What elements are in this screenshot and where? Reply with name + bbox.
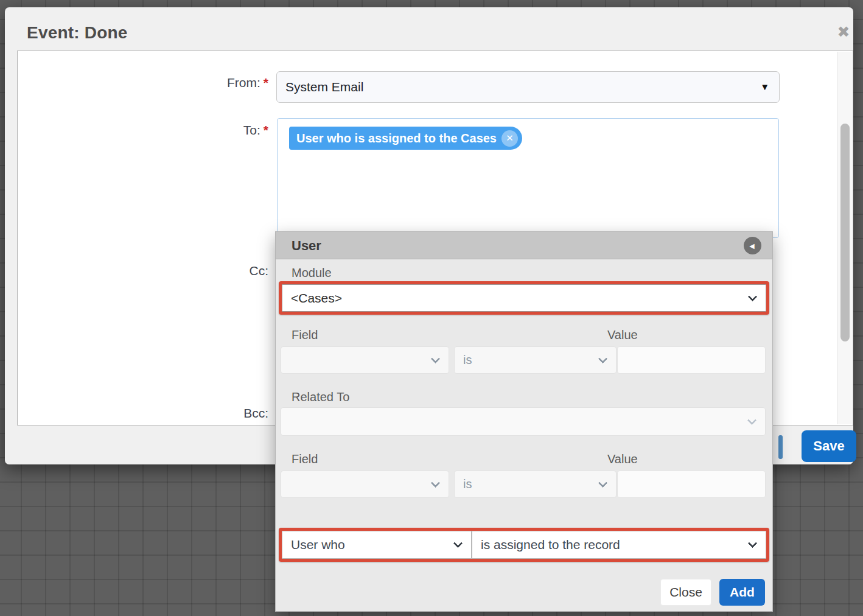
chevron-down-icon bbox=[748, 292, 758, 301]
assignment-select[interactable]: is assigned to the record bbox=[472, 531, 766, 559]
process-designer-canvas: Event: Done ✖ From:* System Email ▼ To:*… bbox=[0, 0, 863, 616]
module-select[interactable]: <Cases> bbox=[282, 284, 766, 312]
module-label: Module bbox=[292, 266, 332, 280]
close-button[interactable]: Close bbox=[660, 579, 711, 606]
cc-label-text: Cc: bbox=[250, 264, 269, 278]
save-button[interactable]: Save bbox=[802, 430, 856, 462]
cc-label: Cc: bbox=[151, 264, 268, 278]
module-select-value: <Cases> bbox=[291, 291, 342, 305]
from-select[interactable]: System Email ▼ bbox=[276, 71, 780, 103]
chevron-down-icon bbox=[748, 539, 758, 548]
field-select-2[interactable] bbox=[281, 471, 449, 498]
bcc-label-text: Bcc: bbox=[243, 406, 268, 420]
from-select-value: System Email bbox=[285, 80, 363, 94]
chevron-down-icon bbox=[598, 354, 608, 363]
caret-down-icon: ▼ bbox=[760, 72, 769, 102]
assignment-select-value: is assigned to the record bbox=[481, 537, 620, 551]
chevron-down-icon bbox=[431, 478, 441, 488]
chevron-down-icon bbox=[453, 539, 463, 548]
remove-recipient-icon[interactable]: ✕ bbox=[501, 130, 518, 147]
user-who-highlight-box: User who is assigned to the record bbox=[279, 528, 769, 562]
value-input-2[interactable] bbox=[617, 471, 766, 498]
picker-header: User ◄ bbox=[276, 232, 772, 259]
operator-select-2-value: is bbox=[463, 477, 472, 491]
from-label: From:* bbox=[151, 75, 268, 90]
user-picker-popup: User ◄ Module <Cases> Field Value is Rel… bbox=[275, 231, 773, 612]
field-label-1: Field bbox=[292, 328, 318, 342]
related-to-label: Related To bbox=[292, 390, 349, 404]
scrollbar-track[interactable] bbox=[837, 52, 852, 424]
recipient-pill-label: User who is assigned to the Cases bbox=[296, 131, 497, 145]
module-highlight-box: <Cases> bbox=[279, 281, 769, 315]
scrollbar-thumb[interactable] bbox=[840, 124, 850, 341]
to-label: To:* bbox=[151, 123, 268, 138]
chevron-down-icon bbox=[598, 478, 608, 488]
from-required-marker: * bbox=[264, 75, 268, 89]
related-to-select[interactable] bbox=[281, 407, 766, 436]
picker-title: User bbox=[292, 232, 321, 259]
bcc-label: Bcc: bbox=[151, 406, 268, 421]
to-required-marker: * bbox=[264, 123, 268, 137]
cancel-link-fragment[interactable] bbox=[778, 435, 783, 459]
value-label-1: Value bbox=[607, 328, 638, 342]
operator-select-2[interactable]: is bbox=[454, 471, 617, 498]
add-button[interactable]: Add bbox=[719, 579, 765, 606]
modal-title: Event: Done bbox=[27, 23, 128, 43]
from-label-text: From: bbox=[227, 75, 260, 89]
back-arrow-icon[interactable]: ◄ bbox=[744, 237, 761, 254]
field-label-2: Field bbox=[292, 452, 318, 466]
operator-select-1[interactable]: is bbox=[454, 346, 617, 374]
field-select-1[interactable] bbox=[281, 346, 449, 374]
value-input-1[interactable] bbox=[617, 346, 766, 374]
to-label-text: To: bbox=[243, 123, 260, 137]
recipient-pill[interactable]: User who is assigned to the Cases ✕ bbox=[289, 127, 522, 150]
operator-select-1-value: is bbox=[463, 353, 472, 366]
user-who-select[interactable]: User who bbox=[282, 531, 472, 559]
close-icon[interactable]: ✖ bbox=[833, 21, 854, 43]
value-label-2: Value bbox=[607, 452, 638, 466]
chevron-down-icon bbox=[431, 354, 441, 363]
chevron-down-icon bbox=[747, 415, 757, 425]
to-recipients-field[interactable]: User who is assigned to the Cases ✕ bbox=[277, 118, 779, 238]
user-who-select-value: User who bbox=[291, 537, 345, 551]
